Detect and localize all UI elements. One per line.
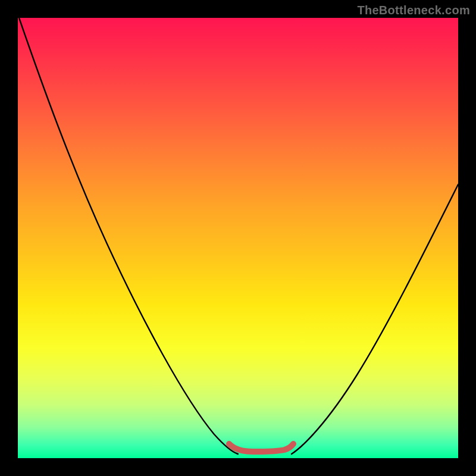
right-curve-line <box>292 184 458 454</box>
left-curve-line <box>19 18 238 454</box>
chart-frame: TheBottleneck.com <box>0 0 476 476</box>
plot-area <box>18 18 458 458</box>
bottom-band-line <box>229 444 293 452</box>
plot-svg <box>18 18 458 458</box>
watermark-text: TheBottleneck.com <box>357 4 470 17</box>
